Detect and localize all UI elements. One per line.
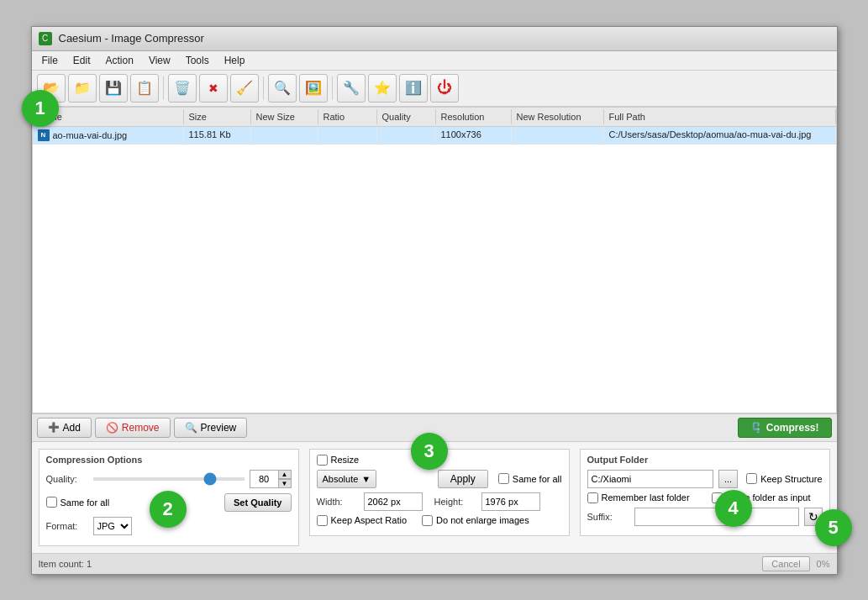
menu-view[interactable]: View (142, 53, 177, 68)
toolbar-separator-1 (163, 76, 164, 100)
table-row[interactable]: N ao-mua-vai-du.jpg 115.81 Kb 1100x736 C… (33, 127, 836, 145)
col-header-full-path: Full Path (604, 109, 836, 124)
file-list-container: Name Size New Size Ratio Quality Resolut… (32, 107, 837, 413)
resize-mode-row: Absolute ▼ Apply Same for all (317, 470, 562, 488)
remember-last-folder-checkbox[interactable] (587, 492, 598, 503)
menu-tools[interactable]: Tools (179, 53, 216, 68)
add-button[interactable]: ➕ Add (37, 418, 92, 438)
title-bar: C Caesium - Image Compressor (32, 27, 837, 51)
progress-indicator: 0% (817, 559, 830, 569)
file-list-body: N ao-mua-vai-du.jpg 115.81 Kb 1100x736 C… (33, 127, 836, 413)
power-button[interactable]: ⏻ (430, 74, 459, 103)
col-header-new-resolution: New Resolution (512, 109, 604, 124)
add-icon: ➕ (48, 422, 60, 433)
badge-number-4: 4 (715, 490, 752, 527)
badge-2: 2 (150, 491, 187, 528)
cell-new-size (251, 127, 318, 144)
col-header-quality: Quality (377, 109, 436, 124)
remove-button-action[interactable]: 🚫 Remove (95, 418, 171, 438)
remove-button[interactable]: ✖ (199, 74, 228, 103)
menu-edit[interactable]: Edit (66, 53, 97, 68)
suffix-row: Suffix: ↻ (587, 508, 823, 526)
quality-spinbox-buttons: ▲ ▼ (278, 470, 292, 488)
keep-structure-label[interactable]: Keep Structure (746, 473, 822, 484)
copy-button[interactable]: 📋 (130, 74, 159, 103)
format-select[interactable]: JPG PNG BMP (93, 517, 132, 535)
badge-number-1: 1 (22, 90, 59, 127)
resize-checkbox[interactable] (317, 455, 328, 466)
star-button[interactable]: ⭐ (368, 74, 397, 103)
resize-checkbox-label[interactable]: Resize (317, 455, 360, 466)
image-button[interactable]: 🖼️ (299, 74, 328, 103)
save-button[interactable]: 💾 (99, 74, 128, 103)
cancel-button[interactable]: Cancel (762, 556, 809, 571)
col-header-resolution: Resolution (436, 109, 512, 124)
menu-help[interactable]: Help (218, 53, 252, 68)
keep-aspect-ratio-checkbox[interactable] (317, 515, 328, 526)
preview-button[interactable]: 🔍 Preview (174, 418, 248, 438)
file-type-icon: N (38, 129, 50, 141)
keep-aspect-ratio-label[interactable]: Keep Aspect Ratio (317, 515, 408, 526)
col-header-size: Size (184, 109, 251, 124)
quality-row: Quality: 80 ▲ ▼ (46, 470, 292, 488)
preview-icon: 🔍 (185, 422, 197, 434)
apply-button[interactable]: Apply (438, 470, 488, 488)
badge-3: 3 (411, 433, 448, 470)
output-path-input[interactable]: C:/Xiaomi (587, 470, 713, 488)
menu-file[interactable]: File (35, 53, 65, 68)
output-folder-panel: Output Folder C:/Xiaomi ... Keep Structu… (580, 449, 830, 536)
browse-button[interactable]: ... (718, 470, 738, 488)
main-content: Name Size New Size Ratio Quality Resolut… (32, 107, 837, 574)
open-button[interactable]: 📁 (68, 74, 97, 103)
badge-number-2: 2 (150, 491, 187, 528)
format-label: Format: (46, 521, 88, 531)
compress-icon: 🗜️ (750, 422, 763, 434)
clear-list-button[interactable]: 🗑️ (168, 74, 197, 103)
item-count: Item count: 1 (39, 559, 92, 569)
height-input[interactable]: 1976 px (481, 492, 540, 511)
same-for-all-checkbox[interactable] (46, 497, 57, 508)
same-for-all-resize-label[interactable]: Same for all (498, 473, 562, 484)
broom-button[interactable]: 🧹 (230, 74, 259, 103)
status-bar: Item count: 1 Cancel 0% (32, 553, 837, 574)
badge-number-3: 3 (411, 433, 448, 470)
compress-button[interactable]: 🗜️ Compress! (738, 418, 832, 438)
height-label: Height: (434, 497, 476, 507)
cell-name: N ao-mua-vai-du.jpg (33, 127, 184, 144)
tools-button[interactable]: 🔧 (337, 74, 366, 103)
remove-action-icon: 🚫 (106, 422, 118, 434)
menu-bar: File Edit Action View Tools Help (32, 51, 837, 71)
suffix-label: Suffix: (587, 512, 629, 522)
quality-up-button[interactable]: ▲ (278, 470, 292, 479)
width-input[interactable]: 2062 px (364, 492, 423, 511)
resize-mode-dropdown[interactable]: Absolute ▼ (317, 470, 377, 488)
quality-slider[interactable] (93, 477, 245, 481)
zoom-button[interactable]: 🔍 (268, 74, 297, 103)
do-not-enlarge-checkbox[interactable] (422, 515, 433, 526)
remember-last-folder-label[interactable]: Remember last folder (587, 492, 690, 503)
do-not-enlarge-label[interactable]: Do not enlarge images (422, 515, 529, 526)
width-label: Width: (317, 497, 359, 507)
info-button[interactable]: ℹ️ (399, 74, 428, 103)
menu-action[interactable]: Action (99, 53, 140, 68)
same-for-all-resize-checkbox[interactable] (498, 473, 509, 484)
compression-options-title: Compression Options (46, 455, 292, 465)
quality-down-button[interactable]: ▼ (278, 479, 292, 488)
col-header-new-size: New Size (251, 109, 318, 124)
output-options-row: Remember last folder Same folder as inpu… (587, 492, 823, 503)
resize-section-panel: Resize Absolute ▼ Apply Same for all (309, 449, 570, 536)
cell-ratio (318, 127, 377, 144)
toolbar-separator-3 (332, 76, 333, 100)
toolbar-separator-2 (263, 76, 264, 100)
same-for-all-label[interactable]: Same for all (46, 497, 110, 508)
main-window: C Caesium - Image Compressor File Edit A… (31, 26, 838, 575)
cell-size: 115.81 Kb (184, 127, 251, 144)
set-quality-button[interactable]: Set Quality (224, 493, 291, 512)
badge-4: 4 (715, 490, 752, 527)
toolbar: 📂 📁 💾 📋 🗑️ ✖ 🧹 🔍 🖼️ 🔧 ⭐ ℹ️ ⏻ (32, 71, 837, 107)
quality-label: Quality: (46, 474, 88, 484)
output-path-row: C:/Xiaomi ... Keep Structure (587, 470, 823, 488)
quality-value-input[interactable]: 80 (250, 470, 278, 488)
keep-structure-checkbox[interactable] (746, 473, 757, 484)
dimensions-row: Width: 2062 px Height: 1976 px (317, 492, 562, 511)
